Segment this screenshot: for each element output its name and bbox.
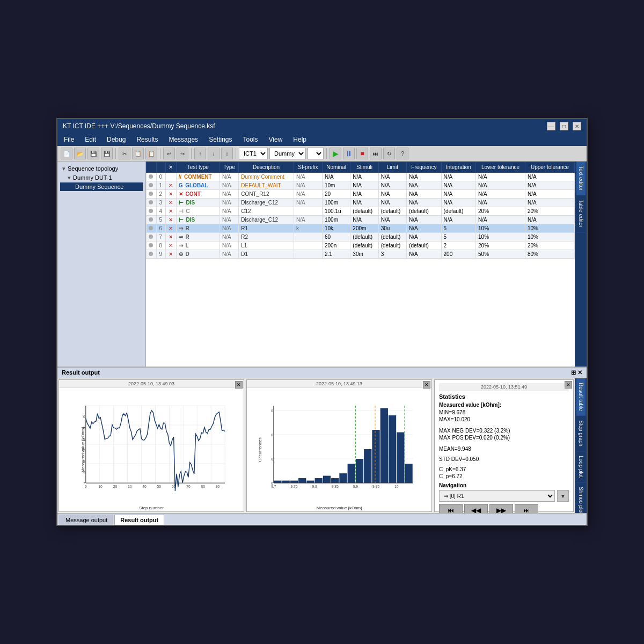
row-del[interactable]: ✕ [166,216,176,224]
charts-row: 2022-05-10, 13:49:03 ✕ Measured value [k… [57,378,587,513]
window-title: KT ICT IDE +++ V:/Sequences/Dummy Sequen… [63,122,215,130]
tb-help[interactable]: ? [397,148,408,159]
menu-debug[interactable]: Debug [105,135,128,144]
tab-message-output[interactable]: Message output [60,515,113,525]
sidebar-tab-shmoo-plot[interactable]: Shmoo plot [576,482,586,513]
nav-first-btn[interactable]: ⏮ [439,504,463,513]
nav-prev-btn[interactable]: ◀◀ [464,504,488,513]
svg-text:40: 40 [142,485,147,488]
tb-save[interactable]: 💾 [87,148,99,159]
line-chart-x-label: Step number [139,506,164,510]
row-del[interactable]: ✕ [166,250,176,259]
nav-last-btn[interactable]: ⏭ [515,504,538,513]
table-row[interactable]: 8 ✕ ⇒ L N/A L1 200n (default) (default) … [147,241,575,250]
tb-saveas[interactable]: 💾 [101,148,113,159]
col-integ: Integration [441,162,476,173]
tb-open[interactable]: 📂 [74,148,86,159]
tb-paste[interactable]: 📋 [145,148,157,159]
table-row[interactable]: 5 ✕ ⊢ DIS N/A Discharge_C12 N/A 100m N/A… [147,216,575,224]
nav-next-btn[interactable]: ▶▶ [489,504,513,513]
row-nominal: 10k [322,224,350,233]
tb-undo[interactable]: ↩ [163,148,175,159]
tb-insert[interactable]: ↕ [221,148,233,159]
tb-loop[interactable]: ↻ [383,148,395,159]
histogram-y-label: Occurrences [258,437,262,462]
tree-dummy-sequence[interactable]: Dummy Sequence [60,182,143,191]
sidebar-tab-text-editor[interactable]: Text editor [576,162,586,195]
histogram-close[interactable]: ✕ [423,381,430,389]
result-float-btn[interactable]: ⊞ ✕ [571,369,582,376]
maximize-btn[interactable]: □ [560,122,568,130]
table-row[interactable]: 6 ✕ ⇒ R N/A R1 k 10k 200m 30u N/A 5 10% … [147,224,575,233]
row-upper: N/A [525,190,574,199]
sidebar-tab-step-graph[interactable]: Step graph [576,416,586,451]
tree-sequence-topology[interactable]: ▾Sequence topology [60,164,143,173]
menu-settings[interactable]: Settings [207,135,234,144]
table-row[interactable]: 7 ✕ ⇒ R N/A R2 60 (default) (default) N/… [147,233,575,241]
tb-sequence-select[interactable]: Dummy [269,148,306,159]
stats-max-pos: MAX POS DEV=0.020 (0.2%) [439,435,569,441]
tb-stop-btn[interactable]: ■ [356,148,368,159]
stats-close[interactable]: ✕ [565,381,572,389]
menu-edit[interactable]: Edit [83,135,98,144]
minimize-btn[interactable]: — [547,122,555,130]
tb-mode-select[interactable] [308,148,324,159]
line-chart-close[interactable]: ✕ [235,381,243,389]
row-type-code: ✕ CONT [176,190,219,199]
tb-cut[interactable]: ✂ [119,148,130,159]
result-header: Result output ⊞ ✕ [57,368,587,378]
tb-sep1 [115,148,116,159]
row-indicator [147,207,157,216]
tb-copy[interactable]: 📋 [132,148,144,159]
tb-play-btn[interactable]: ▶ [330,148,341,159]
col-num [157,162,166,173]
table-container[interactable]: ✕ Test type Type Description SI-prefix N… [146,162,575,367]
nav-step-dropdown[interactable]: ⇒ [0] R1 [439,490,555,502]
row-stimuli: N/A [350,199,378,207]
row-integ: 5 [441,233,476,241]
histogram-title: 2022-05-10, 13:49:13 [247,380,431,388]
row-desc: Discharge_C12 [239,216,294,224]
row-nominal: 100m [322,199,350,207]
row-del[interactable]: ✕ [166,199,176,207]
row-del[interactable]: ✕ [166,190,176,199]
tree-dummy-dut[interactable]: ▾Dummy DUT 1 [60,173,143,182]
row-del[interactable]: ✕ [166,181,176,190]
menu-results[interactable]: Results [134,135,160,144]
menu-file[interactable]: File [62,135,76,144]
row-nominal: 100.1u [322,207,350,216]
svg-text:90: 90 [216,485,220,488]
tb-step[interactable]: ⏭ [370,148,382,159]
row-upper: N/A [525,216,574,224]
tab-result-output[interactable]: Result output [114,515,164,525]
nav-expand-btn[interactable]: ▼ [557,490,569,502]
sidebar-tab-table-editor[interactable]: Table editor [576,195,586,232]
table-row[interactable]: 3 ✕ ⊢ DIS N/A Discharge_C12 N/A 100m N/A… [147,199,575,207]
row-del[interactable]: ✕ [166,233,176,241]
sidebar-tab-loop-plot[interactable]: Loop plot [576,451,586,482]
menu-help[interactable]: Help [291,135,309,144]
menu-view[interactable]: View [267,135,285,144]
stats-cp: C_p=6.72 [439,473,569,479]
close-btn[interactable]: ✕ [573,122,581,130]
row-del[interactable]: ✕ [166,241,176,250]
tb-board-select[interactable]: ICT1 [239,148,268,159]
sidebar-tab-result-table[interactable]: Result table [576,378,586,416]
tb-pause-btn[interactable]: ⏸ [343,148,355,159]
table-row[interactable]: 2 ✕ ✕ CONT N/A CONT_R12 N/A 20 N/A N/A N… [147,190,575,199]
table-row[interactable]: 1 ✕ G GLOBAL N/A DEFAULT_WAIT N/A 10m N/… [147,181,575,190]
table-row[interactable]: 9 ✕ ⊕ D N/A D1 2.1 30m 3 N/A 200 50% 80% [147,250,575,259]
row-del[interactable]: ✕ [166,224,176,233]
table-row[interactable]: 4 ✕ ⊣ C N/A C12 100.1u (default) (defaul… [147,207,575,216]
tb-down[interactable]: ↓ [208,148,219,159]
menu-tools[interactable]: Tools [240,135,260,144]
row-num: 8 [157,241,166,250]
tb-redo[interactable]: ↪ [177,148,188,159]
tb-up[interactable]: ↑ [194,148,206,159]
svg-text:0: 0 [85,485,87,488]
tb-new[interactable]: 📄 [61,148,72,159]
table-row[interactable]: 0 // COMMENT N/A Dummy Comment N/A N/A N… [147,173,575,181]
menu-messages[interactable]: Messages [166,135,200,144]
row-del[interactable]: ✕ [166,207,176,216]
row-del[interactable] [166,173,176,181]
